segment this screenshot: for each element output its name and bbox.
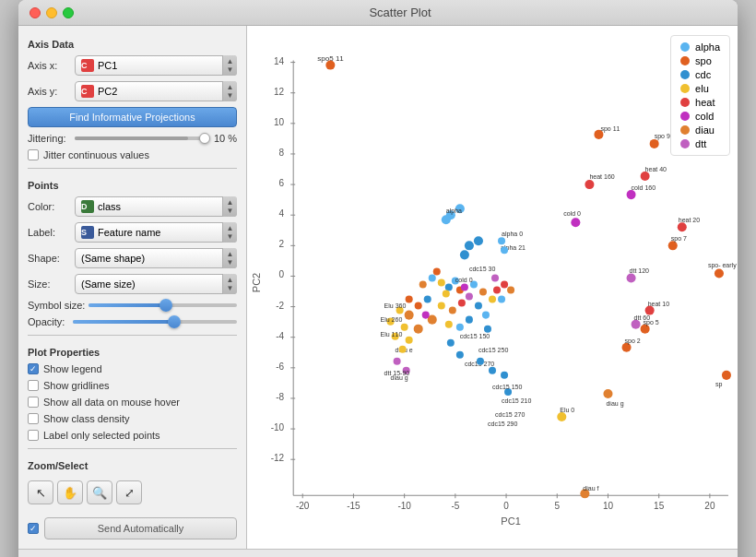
svg-text:spo 9: spo 9 <box>655 133 670 140</box>
svg-text:10: 10 <box>274 117 285 127</box>
plot-props-section-title: Plot Properties <box>28 347 237 358</box>
svg-text:cdc15 150: cdc15 150 <box>492 384 522 390</box>
svg-point-91 <box>645 306 655 315</box>
points-section-title: Points <box>28 180 237 191</box>
svg-text:heat 20: heat 20 <box>679 217 701 223</box>
svg-point-53 <box>442 215 451 224</box>
color-select[interactable]: D class ▲▼ <box>75 196 237 217</box>
svg-text:4: 4 <box>279 208 285 219</box>
pan-tool-button[interactable]: ✋ <box>57 480 83 504</box>
svg-text:cold 0: cold 0 <box>563 210 581 217</box>
send-auto-button[interactable]: Send Automatically <box>44 517 237 539</box>
opacity-slider[interactable] <box>73 320 237 324</box>
axis-x-value: PC1 <box>98 60 230 71</box>
svg-point-143 <box>498 237 505 244</box>
plot-area: 14 12 10 8 6 4 2 0 -2 -4 -6 <box>247 26 738 549</box>
axis-y-arrow: ▲▼ <box>222 81 237 101</box>
send-auto-checkbox[interactable] <box>28 523 39 534</box>
jitter-slider[interactable] <box>75 136 208 140</box>
show-gridlines-checkbox[interactable] <box>28 380 39 391</box>
label-label: Label: <box>28 227 69 238</box>
legend-label-alpha: alpha <box>695 41 720 53</box>
svg-text:spo 7: spo 7 <box>671 235 687 243</box>
app-window: Scatter Plot Axis Data Axis x: C PC1 ▲▼ … <box>18 0 738 557</box>
svg-text:12: 12 <box>274 87 285 97</box>
legend-dot-dtt <box>680 139 690 148</box>
minimize-button[interactable] <box>46 7 57 18</box>
svg-text:-5: -5 <box>451 501 459 511</box>
svg-point-133 <box>401 324 408 331</box>
show-legend-checkbox[interactable] <box>28 363 39 374</box>
show-all-data-checkbox[interactable] <box>28 397 39 408</box>
svg-point-119 <box>489 296 496 303</box>
maximize-button[interactable] <box>63 7 74 18</box>
svg-text:heat 10: heat 10 <box>648 301 670 307</box>
opacity-label: Opacity: <box>28 316 69 327</box>
svg-point-112 <box>458 300 466 307</box>
svg-point-51 <box>325 61 335 70</box>
arrow-tool-button[interactable]: ↖ <box>28 480 53 504</box>
axis-x-arrow: ▲▼ <box>222 55 237 76</box>
label-select[interactable]: S Feature name ▲▼ <box>75 222 237 243</box>
legend-label-cold: cold <box>695 111 714 122</box>
traffic-lights <box>30 7 74 18</box>
sidebar: Axis Data Axis x: C PC1 ▲▼ Axis y: C PC2 <box>18 26 247 549</box>
legend-label-spo: spo <box>695 55 712 66</box>
svg-text:-2: -2 <box>276 301 284 311</box>
axis-x-select-wrap: C PC1 ▲▼ <box>75 55 237 76</box>
svg-text:-6: -6 <box>276 361 284 372</box>
axis-x-select[interactable]: C PC1 ▲▼ <box>75 55 237 76</box>
legend-label-elu: elu <box>695 83 709 94</box>
show-class-density-checkbox[interactable] <box>28 413 39 424</box>
svg-point-103 <box>433 267 441 275</box>
svg-text:alpha: alpha <box>446 207 462 215</box>
svg-point-87 <box>627 273 636 282</box>
select-button[interactable]: ⤢ <box>116 480 142 504</box>
svg-point-77 <box>627 190 636 199</box>
svg-point-127 <box>501 280 508 288</box>
axis-y-select[interactable]: C PC2 ▲▼ <box>75 81 237 101</box>
svg-point-109 <box>424 296 431 303</box>
close-button[interactable] <box>30 7 41 18</box>
svg-point-101 <box>429 274 436 281</box>
size-select[interactable]: (Same size) ▲▼ <box>75 274 237 294</box>
axis-y-label: Axis y: <box>28 86 69 97</box>
svg-point-126 <box>491 274 499 281</box>
legend-dot-heat <box>680 98 690 107</box>
jitter-continuous-checkbox[interactable] <box>28 149 39 160</box>
svg-text:Elu 260: Elu 260 <box>381 316 403 323</box>
color-label: Color: <box>28 201 69 212</box>
find-projections-button[interactable]: Find Informative Projections <box>28 107 237 127</box>
svg-text:spo- early: spo- early <box>708 262 737 269</box>
label-row: Label: S Feature name ▲▼ <box>28 222 237 243</box>
axis-x-type-icon: C <box>81 59 94 72</box>
shape-select[interactable]: (Same shape) ▲▼ <box>75 248 237 268</box>
svg-text:Elu 0: Elu 0 <box>560 407 574 413</box>
svg-text:PC2: PC2 <box>251 273 262 292</box>
svg-text:-20: -20 <box>296 501 310 511</box>
legend-dot-spo <box>680 56 690 65</box>
color-arrow: ▲▼ <box>222 196 237 217</box>
svg-point-79 <box>650 139 659 148</box>
svg-text:spo 5: spo 5 <box>644 319 659 326</box>
legend-label-diau: diau <box>695 124 715 136</box>
svg-point-105 <box>419 280 427 288</box>
svg-point-65 <box>474 236 483 245</box>
label-only-selected-checkbox[interactable] <box>28 430 39 441</box>
svg-text:diau f: diau f <box>583 485 598 492</box>
legend-item-spo: spo <box>680 55 720 66</box>
svg-point-118 <box>422 312 430 319</box>
svg-text:spo 11: spo 11 <box>600 125 620 133</box>
symbol-size-slider[interactable] <box>89 303 237 307</box>
legend-dot-diau <box>680 125 690 135</box>
shape-label: Shape: <box>28 253 69 264</box>
svg-text:cdc15 290: cdc15 290 <box>488 421 517 427</box>
svg-point-147 <box>461 283 468 290</box>
label-type-icon: S <box>81 226 94 239</box>
color-value: class <box>98 201 230 212</box>
svg-point-85 <box>715 268 724 278</box>
legend-item-diau: diau <box>680 124 720 136</box>
svg-point-125 <box>406 296 413 303</box>
zoom-in-button[interactable]: 🔍 <box>87 480 112 504</box>
axis-y-row: Axis y: C PC2 ▲▼ <box>28 81 237 101</box>
